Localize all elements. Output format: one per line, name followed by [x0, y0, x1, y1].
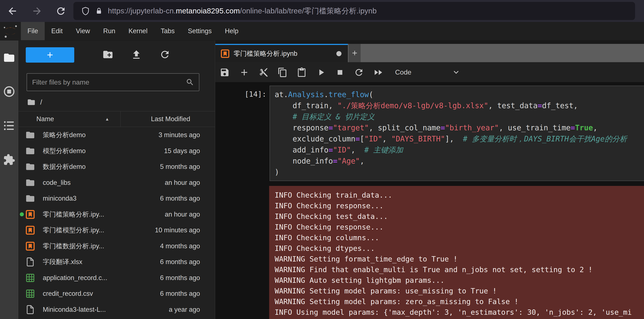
file-row[interactable]: credit_record.csv6 months ago — [18, 286, 215, 302]
menu-edit[interactable]: Edit — [45, 22, 69, 40]
file-row[interactable]: application_record.c...6 months ago — [18, 270, 215, 286]
file-name: 策略分析demo — [43, 131, 86, 139]
folder-icon — [25, 130, 35, 140]
code-line: response="target", split_col_name="birth… — [275, 122, 640, 133]
cell-type-dropdown[interactable]: Code — [395, 62, 460, 82]
file-name: miniconda3 — [43, 195, 76, 202]
new-launcher-button[interactable] — [26, 47, 74, 63]
new-tab-button[interactable] — [349, 44, 360, 62]
notebook-tab[interactable]: 零门槛策略分析.ipynb — [215, 44, 348, 62]
file-icon — [25, 257, 35, 267]
file-row[interactable]: 零门槛模型分析.ipy...10 minutes ago — [18, 222, 215, 238]
file-browser-panel: / Name ▲ Last Modified 策略分析demo3 minutes… — [18, 41, 215, 319]
folder-icon — [25, 178, 35, 188]
unsaved-changes-dot[interactable] — [336, 51, 342, 56]
jupyterlab-window: https://jupyterlab-cn.metanoia8295.com/o… — [0, 0, 644, 319]
file-row[interactable]: Miniconda3-latest-L...a year ago — [18, 302, 215, 318]
browser-reload-icon[interactable] — [55, 6, 66, 17]
file-modified: 6 months ago — [76, 195, 215, 202]
file-name: application_record.c... — [43, 274, 107, 282]
breadcrumb-root[interactable]: / — [40, 98, 42, 106]
stop-kernel-button[interactable] — [335, 67, 345, 78]
restart-run-all-button[interactable] — [373, 67, 384, 78]
upload-icon[interactable] — [131, 49, 142, 60]
menu-settings[interactable]: Settings — [181, 22, 218, 40]
file-row[interactable]: miniconda36 months ago — [18, 191, 215, 207]
cell-execution-prompt: [14]: — [215, 90, 266, 98]
running-kernels-icon[interactable] — [3, 85, 15, 98]
output-line: INFO Checking response... — [275, 222, 644, 232]
folder-icon[interactable] — [3, 52, 15, 64]
file-name: 零门槛模型分析.ipy... — [43, 226, 104, 235]
browser-forward-icon[interactable] — [32, 6, 42, 17]
output-line: INFO Checking columns... — [275, 232, 644, 243]
output-line: INFO Checking dtypes... — [275, 243, 644, 254]
code-cell-editor[interactable]: at.Analysis.tree_flow( df_train, "./策略分析… — [270, 86, 644, 181]
menu-run[interactable]: Run — [96, 22, 122, 40]
file-row[interactable]: 模型分析demo15 days ago — [18, 143, 215, 159]
file-row[interactable]: 零门槛数据分析.ipy...4 months ago — [18, 238, 215, 254]
code-line: df_train, "./策略分析demo/v8-lgb/v8-lgb.xlsx… — [275, 100, 640, 111]
browser-toolbar: https://jupyterlab-cn.metanoia8295.com/o… — [0, 0, 644, 22]
new-folder-icon[interactable] — [102, 49, 114, 60]
menu-help[interactable]: Help — [218, 22, 245, 40]
file-name: Miniconda3-latest-L... — [43, 306, 106, 313]
file-modified: 10 minutes ago — [104, 226, 215, 234]
menu-kernel[interactable]: Kernel — [122, 22, 154, 40]
output-line: INFO Using model params: {'max_depth': 3… — [275, 307, 644, 317]
notebook-toolbar: Code — [215, 62, 644, 83]
file-row[interactable]: 字段翻译.xlsx6 months ago — [18, 254, 215, 270]
home-folder-icon[interactable] — [27, 98, 36, 107]
output-line: WARNING Setting model params: use_missin… — [275, 285, 644, 296]
shield-icon[interactable] — [81, 7, 90, 16]
chevron-down-icon — [452, 68, 460, 77]
file-row[interactable]: 零门槛策略分析.ipy...an hour ago — [18, 207, 215, 222]
search-icon — [186, 78, 194, 87]
restart-kernel-button[interactable] — [354, 67, 364, 78]
jupyter-menu-bar: FileEditViewRunKernelTabsSettingsHelp — [0, 22, 644, 41]
code-line: node_info="Age", — [275, 155, 640, 167]
copy-cell-button[interactable] — [278, 67, 288, 78]
notebook-icon — [25, 210, 35, 219]
output-line: WARNING Auto setting lightgbm params... — [275, 275, 644, 285]
file-modified: 6 months ago — [93, 290, 215, 297]
column-header-name[interactable]: Name — [18, 115, 54, 123]
lock-icon[interactable] — [95, 7, 103, 15]
output-line: INFO Checking response... — [275, 200, 644, 211]
url-bar[interactable]: https://jupyterlab-cn.metanoia8295.com/o… — [74, 2, 635, 20]
refresh-files-icon[interactable] — [159, 49, 170, 60]
cut-cell-button[interactable] — [258, 67, 269, 78]
file-row[interactable]: code_libsan hour ago — [18, 175, 215, 191]
column-header-modified[interactable]: Last Modified — [121, 115, 215, 123]
file-list: 策略分析demo3 minutes ago模型分析demo15 days ago… — [18, 127, 215, 319]
run-cell-button[interactable] — [316, 67, 326, 78]
file-modified: 15 days ago — [86, 147, 215, 155]
save-button[interactable] — [220, 67, 230, 78]
paste-cell-button[interactable] — [296, 67, 307, 78]
insert-cell-button[interactable] — [239, 67, 249, 78]
file-modified: 5 months ago — [86, 163, 215, 171]
tab-title: 零门槛策略分析.ipynb — [234, 49, 298, 58]
breadcrumb: / — [27, 96, 42, 108]
file-name: 字段翻译.xlsx — [43, 257, 82, 266]
file-modified: a year ago — [106, 306, 215, 313]
extensions-icon[interactable] — [3, 154, 15, 166]
file-list-header: Name ▲ Last Modified — [18, 111, 215, 127]
file-modified: an hour ago — [71, 179, 215, 187]
menu-file[interactable]: File — [21, 22, 45, 40]
file-row[interactable]: 策略分析demo3 minutes ago — [18, 127, 215, 143]
plus-icon — [351, 49, 358, 57]
filter-files-box — [26, 73, 199, 91]
notebook-file-icon — [220, 49, 230, 58]
toc-icon[interactable] — [3, 119, 15, 132]
output-line: WARNING Setting format_time_edge to True… — [275, 254, 644, 264]
filter-files-input[interactable] — [27, 78, 186, 86]
cell-type-value: Code — [395, 68, 412, 76]
menu-tabs[interactable]: Tabs — [154, 22, 181, 40]
file-row[interactable]: 数据分析demo5 months ago — [18, 159, 215, 175]
sort-ascending-icon[interactable]: ▲ — [105, 117, 109, 122]
browser-back-icon[interactable] — [7, 6, 18, 17]
output-line: INFO Checking train_data... — [275, 190, 644, 200]
activity-bar — [0, 41, 18, 319]
menu-view[interactable]: View — [69, 22, 96, 40]
